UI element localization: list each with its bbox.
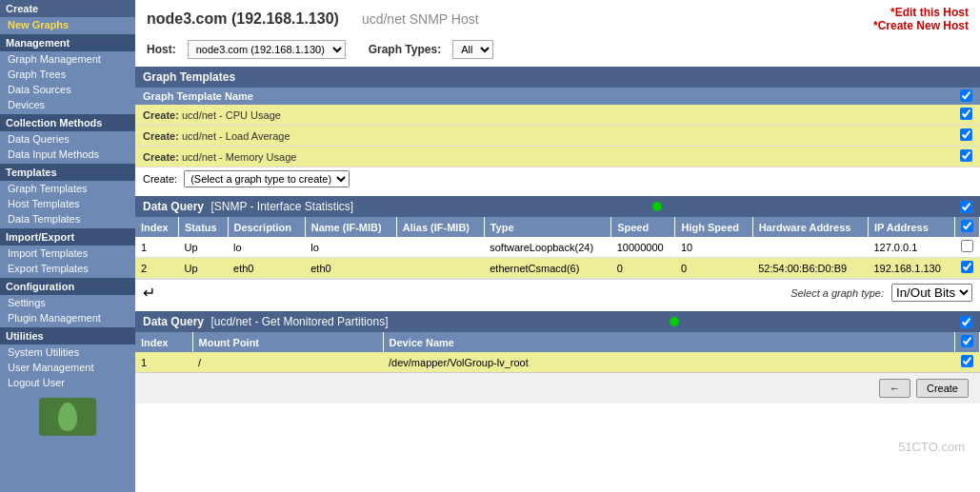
- dq2-query-name: [ucd/net - Get Monitored Partitions]: [210, 315, 388, 328]
- back-button[interactable]: ←: [879, 379, 910, 398]
- gt-row-cb[interactable]: [960, 108, 972, 120]
- dq1-graph-type-select[interactable]: In/Out Bits: [891, 284, 972, 302]
- gt-create-label: Create:: [143, 173, 177, 185]
- templates-header: Templates: [0, 164, 135, 181]
- footer-row: ← Create: [135, 372, 980, 403]
- dq1-row: 1UplolosoftwareLoopback(24)1000000010127…: [135, 237, 980, 258]
- graph-types-select[interactable]: All: [452, 40, 493, 59]
- collection-methods-header: Collection Methods: [0, 114, 135, 131]
- dq2-all-cb[interactable]: [961, 335, 973, 347]
- dq1-cell-name: lo: [305, 237, 396, 258]
- dq2-cb[interactable]: [960, 316, 972, 328]
- dq1-col: Alias (IF-MIB): [396, 217, 484, 237]
- edit-links: *Edit this Host *Create New Host: [873, 6, 969, 32]
- graph-types-label: Graph Types:: [369, 43, 441, 56]
- gt-row-content: Create: ucd/net - CPU Usage: [135, 105, 952, 126]
- host-row: Host: node3.com (192.168.1.130) Graph Ty…: [135, 36, 980, 67]
- gt-select-row: Create: (Select a graph type to create): [135, 167, 980, 191]
- dq1-row-cb[interactable]: [961, 240, 973, 252]
- graph-templates-header: Graph Templates: [135, 67, 980, 88]
- sidebar-item-data-input-methods[interactable]: Data Input Methods: [0, 147, 135, 162]
- dq1-cell-type: softwareLoopback(24): [484, 237, 610, 258]
- dq1-arrow-icon: ↵: [143, 284, 155, 302]
- sidebar-item-export-templates[interactable]: Export Templates: [0, 261, 135, 276]
- dq1-cell-desc: lo: [228, 237, 305, 258]
- create-button[interactable]: Create: [916, 379, 969, 398]
- gt-row-cb[interactable]: [960, 149, 972, 162]
- page-subtitle: ucd/net SNMP Host: [362, 11, 479, 27]
- sidebar-item-host-templates[interactable]: Host Templates: [0, 196, 135, 211]
- dq1-table: IndexStatusDescriptionName (IF-MIB)Alias…: [135, 217, 980, 279]
- gt-row: Create: ucd/net - Load Average: [135, 126, 980, 147]
- dq1-cell-alias: [396, 258, 484, 279]
- dq2-cell-index: 1: [135, 352, 192, 372]
- main-content: node3.com (192.168.1.130) ucd/net SNMP H…: [135, 0, 980, 492]
- create-new-host-link[interactable]: *Create New Host: [873, 19, 969, 32]
- dq1-all-cb[interactable]: [961, 220, 973, 232]
- sidebar-item-graph-trees[interactable]: Graph Trees: [0, 67, 135, 82]
- dq2-row: 1//dev/mapper/VolGroup-lv_root: [135, 352, 980, 372]
- data-query-2-section: Data Query [ucd/net - Get Monitored Part…: [135, 311, 980, 372]
- graph-type-select[interactable]: (Select a graph type to create): [184, 170, 350, 187]
- dq2-table: IndexMount PointDevice Name 1//dev/mappe…: [135, 332, 980, 372]
- gt-select-label: Create: (Select a graph type to create): [135, 167, 952, 191]
- dq1-cell-name: eth0: [305, 258, 396, 279]
- dq1-cell-type: ethernetCsmacd(6): [484, 258, 610, 279]
- dq2-row-cb[interactable]: [961, 355, 973, 367]
- gt-col-name: Graph Template Name: [135, 88, 952, 105]
- dq1-cell-ipaddr: 127.0.0.1: [868, 237, 954, 258]
- dq1-cell-alias: [396, 237, 484, 258]
- dq1-cell-cb: [955, 258, 980, 279]
- dq2-col: Device Name: [383, 332, 955, 352]
- dq1-col: Hardware Address: [752, 217, 868, 237]
- dq1-col: Index: [135, 217, 179, 237]
- dq1-cb[interactable]: [960, 201, 972, 213]
- utilities-header: Utilities: [0, 327, 135, 344]
- sidebar-item-data-templates[interactable]: Data Templates: [0, 211, 135, 226]
- dq1-col: IP Address: [868, 217, 954, 237]
- sidebar-item-system-utilities[interactable]: System Utilities: [0, 344, 135, 360]
- dq1-cell-desc: eth0: [228, 258, 305, 279]
- host-select[interactable]: node3.com (192.168.1.130): [188, 40, 346, 59]
- sidebar-item-devices[interactable]: Devices: [0, 97, 135, 112]
- dq1-header: Data Query [SNMP - Interface Statistics]: [135, 196, 980, 217]
- dq1-col: Status: [179, 217, 228, 237]
- sidebar-item-data-queries[interactable]: Data Queries: [0, 131, 135, 147]
- dq2-title: Data Query [ucd/net - Get Monitored Part…: [143, 315, 388, 328]
- dq1-select-graph-row: ↵ Select a graph type: In/Out Bits: [135, 279, 980, 305]
- sidebar-item-data-sources[interactable]: Data Sources: [0, 82, 135, 97]
- dq1-cell-status: Up: [179, 258, 228, 279]
- gt-row-cb[interactable]: [960, 128, 972, 141]
- sidebar-item-import-templates[interactable]: Import Templates: [0, 246, 135, 261]
- sidebar-item-plugin-management[interactable]: Plugin Management: [0, 310, 135, 325]
- configuration-header: Configuration: [0, 278, 135, 295]
- page-header: node3.com (192.168.1.130) ucd/net SNMP H…: [135, 0, 980, 36]
- dq1-green-dot: [652, 202, 662, 211]
- dq1-cell-speed: 10000000: [611, 237, 675, 258]
- data-query-1-section: Data Query [SNMP - Interface Statistics]…: [135, 196, 980, 305]
- dq2-cell-device: /dev/mapper/VolGroup-lv_root: [383, 352, 955, 372]
- gt-row-cb-cell: [952, 126, 980, 147]
- dq1-header-row: IndexStatusDescriptionName (IF-MIB)Alias…: [135, 217, 980, 237]
- dq1-col: Description: [228, 217, 305, 237]
- dq2-section-title: Data Query: [143, 315, 204, 328]
- gt-col-cb: [952, 88, 980, 105]
- dq1-cell-highspeed: 10: [675, 237, 752, 258]
- dq1-query-name: [SNMP - Interface Statistics]: [210, 200, 353, 213]
- sidebar-item-user-management[interactable]: User Management: [0, 360, 135, 375]
- page-title: node3.com (192.168.1.130): [147, 10, 339, 28]
- gt-footer-cb-cell: [952, 167, 980, 191]
- sidebar-item-graph-management[interactable]: Graph Management: [0, 51, 135, 67]
- sidebar-item-graph-templates[interactable]: Graph Templates: [0, 181, 135, 196]
- dq1-cell-hwaddr: [752, 237, 868, 258]
- gt-select-all-cb[interactable]: [960, 89, 972, 102]
- sidebar-item-settings[interactable]: Settings: [0, 295, 135, 310]
- graph-templates-section: Graph Templates Graph Template Name Crea…: [135, 67, 980, 190]
- sidebar-item-new-graphs[interactable]: New Graphs: [0, 17, 135, 32]
- dq1-cell-cb: [955, 237, 980, 258]
- dq1-cell-status: Up: [179, 237, 228, 258]
- sidebar: Create New Graphs Management Graph Manag…: [0, 0, 135, 492]
- edit-host-link[interactable]: *Edit this Host: [873, 6, 969, 19]
- sidebar-item-logout[interactable]: Logout User: [0, 375, 135, 390]
- dq1-row-cb[interactable]: [961, 261, 973, 273]
